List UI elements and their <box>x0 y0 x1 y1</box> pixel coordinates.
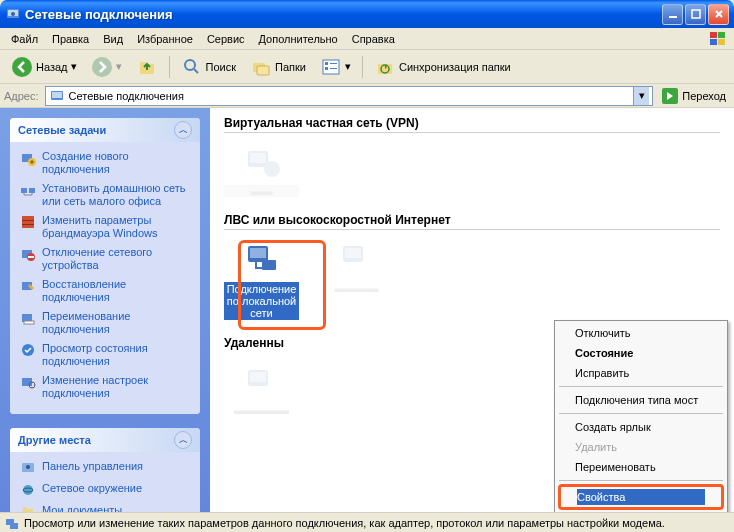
other-places-panel: Другие места ︿ Панель управления Сетевое… <box>10 428 200 512</box>
svg-rect-32 <box>22 224 34 225</box>
svg-rect-19 <box>330 63 337 64</box>
folder-up-icon <box>136 56 158 78</box>
menu-favorites[interactable]: Избранное <box>130 31 200 47</box>
svg-point-2 <box>11 12 15 16</box>
svg-rect-20 <box>330 68 337 69</box>
connection-label: ▬▬▬▬▬ <box>224 404 299 416</box>
disable-icon <box>20 246 36 262</box>
svg-rect-18 <box>325 67 328 70</box>
chevron-down-icon: ▾ <box>345 60 351 73</box>
svg-rect-7 <box>710 39 717 45</box>
cm-properties[interactable]: Свойства <box>577 489 705 505</box>
sync-icon <box>374 56 396 78</box>
forward-button[interactable]: ▾ <box>86 53 127 81</box>
cm-status[interactable]: Состояние <box>557 343 725 363</box>
address-icon <box>49 88 65 104</box>
svg-point-50 <box>264 161 280 177</box>
up-button[interactable] <box>131 53 163 81</box>
section-vpn: Виртуальная частная сеть (VPN) <box>224 116 720 133</box>
other-places-header[interactable]: Другие места ︿ <box>10 428 200 452</box>
svg-rect-6 <box>718 32 725 38</box>
window-icon <box>5 6 21 22</box>
menu-help[interactable]: Справка <box>345 31 402 47</box>
address-dropdown[interactable]: ▾ <box>633 87 649 105</box>
task-firewall[interactable]: Изменить параметры брандмауэра Windows <box>20 214 190 240</box>
lan-connection-item-2[interactable]: ▬▬▬▬ <box>319 238 394 320</box>
remote-connection-item[interactable]: ▬▬▬▬▬ <box>224 360 299 416</box>
highlight-lan-connection <box>238 240 326 330</box>
menu-file[interactable]: Файл <box>4 31 45 47</box>
menu-separator <box>559 386 723 387</box>
svg-rect-24 <box>52 92 62 98</box>
minimize-button[interactable] <box>662 4 683 25</box>
task-disable[interactable]: Отключение сетевого устройства <box>20 246 190 272</box>
place-control-panel[interactable]: Панель управления <box>20 460 190 476</box>
svg-rect-3 <box>669 16 677 18</box>
cm-delete: Удалить <box>557 437 725 457</box>
task-new-connection[interactable]: Создание нового подключения <box>20 150 190 176</box>
cm-bridge[interactable]: Подключения типа мост <box>557 390 725 410</box>
svg-point-13 <box>185 60 195 70</box>
properties-icon <box>20 374 36 390</box>
svg-rect-49 <box>250 153 266 163</box>
search-label: Поиск <box>206 61 236 73</box>
go-label: Переход <box>682 90 726 102</box>
vpn-connection-item[interactable]: ▬▬ <box>224 141 299 197</box>
connection-label: ▬▬▬▬ <box>319 282 394 294</box>
svg-rect-29 <box>29 188 35 193</box>
cm-disable[interactable]: Отключить <box>557 323 725 343</box>
views-button[interactable]: ▾ <box>315 53 356 81</box>
sync-button[interactable]: Синхронизация папки <box>369 53 516 81</box>
task-home-network[interactable]: Установить домашнюю сеть или сеть малого… <box>20 182 190 208</box>
menu-edit[interactable]: Правка <box>45 31 96 47</box>
menubar: Файл Правка Вид Избранное Сервис Дополни… <box>0 28 734 50</box>
menu-view[interactable]: Вид <box>96 31 130 47</box>
task-repair[interactable]: Восстановление подключения <box>20 278 190 304</box>
forward-icon <box>91 56 113 78</box>
svg-rect-31 <box>22 220 34 221</box>
highlight-properties: Свойства <box>558 484 724 510</box>
place-network[interactable]: Сетевое окружение <box>20 482 190 498</box>
cm-rename[interactable]: Переименовать <box>557 457 725 477</box>
svg-rect-57 <box>250 372 266 382</box>
network-tasks-header[interactable]: Сетевые задачи ︿ <box>10 118 200 142</box>
context-menu: Отключить Состояние Исправить Подключени… <box>554 320 728 512</box>
back-button[interactable]: Назад ▾ <box>6 53 82 81</box>
address-label: Адрес: <box>4 90 41 102</box>
svg-rect-38 <box>24 321 34 324</box>
place-documents[interactable]: Мои документы <box>20 504 190 512</box>
control-panel-icon <box>20 460 36 476</box>
svg-rect-5 <box>710 32 717 38</box>
collapse-icon[interactable]: ︿ <box>174 121 192 139</box>
address-field[interactable]: Сетевые подключения ▾ <box>45 86 654 106</box>
close-button[interactable] <box>708 4 729 25</box>
maximize-button[interactable] <box>685 4 706 25</box>
menu-extra[interactable]: Дополнительно <box>252 31 345 47</box>
go-button[interactable]: Переход <box>657 87 730 105</box>
network-tasks-panel: Сетевые задачи ︿ Создание нового подключ… <box>10 118 200 414</box>
menu-separator <box>559 480 723 481</box>
firewall-icon <box>20 214 36 230</box>
cm-shortcut[interactable]: Создать ярлык <box>557 417 725 437</box>
panel-title: Сетевые задачи <box>18 124 106 136</box>
menu-tools[interactable]: Сервис <box>200 31 252 47</box>
chevron-down-icon: ▾ <box>71 60 77 73</box>
views-icon <box>320 56 342 78</box>
cm-repair[interactable]: Исправить <box>557 363 725 383</box>
address-value: Сетевые подключения <box>69 90 630 102</box>
task-rename[interactable]: Переименование подключения <box>20 310 190 336</box>
repair-icon <box>20 278 36 294</box>
svg-point-43 <box>26 465 30 469</box>
folders-label: Папки <box>275 61 306 73</box>
sidebar: Сетевые задачи ︿ Создание нового подключ… <box>0 108 210 512</box>
folders-button[interactable]: Папки <box>245 53 311 81</box>
collapse-icon[interactable]: ︿ <box>174 431 192 449</box>
rename-icon <box>20 310 36 326</box>
task-status[interactable]: Просмотр состояния подключения <box>20 342 190 368</box>
task-properties[interactable]: Изменение настроек подключения <box>20 374 190 400</box>
new-connection-icon <box>20 150 36 166</box>
search-button[interactable]: Поиск <box>176 53 241 81</box>
svg-point-44 <box>23 485 33 495</box>
connection-icon <box>242 360 282 400</box>
go-icon <box>661 87 679 105</box>
